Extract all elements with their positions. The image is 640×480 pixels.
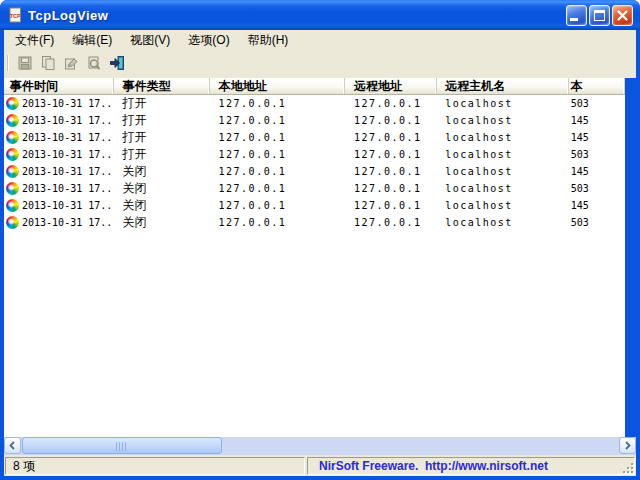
local-port: 145 xyxy=(569,112,625,129)
table-row[interactable]: 2013-10-31 17... 关闭 127.0.0.1 127.0.0.1 … xyxy=(4,214,625,231)
app-window: TCP TcpLogView 文件(F) 编辑(E) 视图(V) 选项(O) 帮… xyxy=(0,0,640,480)
column-header-remote-address[interactable]: 远程地址 xyxy=(345,78,437,94)
maximize-icon xyxy=(594,10,605,21)
event-type: 关闭 xyxy=(114,163,210,180)
remote-address: 127.0.0.1 xyxy=(345,163,437,180)
maximize-button[interactable] xyxy=(589,5,610,26)
column-header-event-type[interactable]: 事件类型 xyxy=(114,78,210,94)
event-icon xyxy=(6,131,19,144)
menu-item-edit[interactable]: 编辑(E) xyxy=(63,30,121,51)
remote-address: 127.0.0.1 xyxy=(345,112,437,129)
minimize-icon xyxy=(570,18,578,21)
remote-host: localhost xyxy=(437,112,569,129)
table-row[interactable]: 2013-10-31 17... 打开 127.0.0.1 127.0.0.1 … xyxy=(4,129,625,146)
status-item-count: 8 项 xyxy=(5,457,305,475)
event-icon xyxy=(6,114,19,127)
remote-address: 127.0.0.1 xyxy=(345,146,437,163)
svg-text:TCP: TCP xyxy=(10,13,21,19)
menu-bar: 文件(F) 编辑(E) 视图(V) 选项(O) 帮助(H) xyxy=(4,30,636,51)
menu-item-options[interactable]: 选项(O) xyxy=(179,30,238,51)
local-address: 127.0.0.1 xyxy=(210,112,345,129)
event-type: 关闭 xyxy=(114,180,210,197)
event-type: 打开 xyxy=(114,146,210,163)
app-icon: TCP xyxy=(7,7,23,23)
event-time: 2013-10-31 17... xyxy=(22,129,114,146)
status-bar: 8 项 NirSoft Freeware. http://www.nirsoft… xyxy=(4,456,636,476)
remote-address: 127.0.0.1 xyxy=(345,197,437,214)
exit-button[interactable] xyxy=(105,52,128,73)
event-time: 2013-10-31 17... xyxy=(22,163,114,180)
column-header-event-time[interactable]: 事件时间 xyxy=(4,78,114,94)
local-address: 127.0.0.1 xyxy=(210,163,345,180)
save-button xyxy=(13,52,36,73)
column-header-local-address[interactable]: 本地地址 xyxy=(210,78,345,94)
scrollbar-thumb[interactable] xyxy=(22,437,222,454)
local-address: 127.0.0.1 xyxy=(210,146,345,163)
scroll-right-button[interactable] xyxy=(619,437,636,454)
local-address: 127.0.0.1 xyxy=(210,95,345,112)
remote-address: 127.0.0.1 xyxy=(345,180,437,197)
close-button[interactable] xyxy=(612,5,633,26)
remote-address: 127.0.0.1 xyxy=(345,95,437,112)
content-area: 事件时间 事件类型 本地地址 远程地址 远程主机名 本 2013-10-31 1… xyxy=(4,74,636,437)
remote-host: localhost xyxy=(437,95,569,112)
menu-item-help[interactable]: 帮助(H) xyxy=(239,30,298,51)
window-border-filler xyxy=(625,78,636,437)
table-row[interactable]: 2013-10-31 17... 打开 127.0.0.1 127.0.0.1 … xyxy=(4,112,625,129)
local-port: 503 xyxy=(569,95,625,112)
titlebar[interactable]: TCP TcpLogView xyxy=(0,0,640,30)
window-title: TcpLogView xyxy=(28,8,108,23)
local-address: 127.0.0.1 xyxy=(210,180,345,197)
save-icon xyxy=(17,55,33,71)
event-type: 打开 xyxy=(114,95,210,112)
chevron-left-icon xyxy=(8,441,17,450)
event-icon xyxy=(6,97,19,110)
local-port: 503 xyxy=(569,146,625,163)
horizontal-scrollbar[interactable] xyxy=(4,437,636,455)
scroll-left-button[interactable] xyxy=(4,437,21,454)
remote-host: localhost xyxy=(437,214,569,231)
find-icon xyxy=(86,55,102,71)
table-row[interactable]: 2013-10-31 17... 关闭 127.0.0.1 127.0.0.1 … xyxy=(4,163,625,180)
list-header: 事件时间 事件类型 本地地址 远程地址 远程主机名 本 xyxy=(4,78,625,95)
local-port: 145 xyxy=(569,163,625,180)
event-time: 2013-10-31 17... xyxy=(22,112,114,129)
table-row[interactable]: 2013-10-31 17... 关闭 127.0.0.1 127.0.0.1 … xyxy=(4,197,625,214)
column-header-local-port[interactable]: 本 xyxy=(569,78,625,94)
local-port: 145 xyxy=(569,197,625,214)
local-port: 145 xyxy=(569,129,625,146)
menu-item-view[interactable]: 视图(V) xyxy=(121,30,179,51)
scrollbar-grip xyxy=(116,442,127,451)
find-button xyxy=(82,52,105,73)
properties-button xyxy=(59,52,82,73)
toolbar-separator xyxy=(7,55,9,71)
toolbar xyxy=(4,51,636,74)
close-icon xyxy=(613,6,632,25)
minimize-button[interactable] xyxy=(566,5,587,26)
remote-address: 127.0.0.1 xyxy=(345,214,437,231)
event-list: 事件时间 事件类型 本地地址 远程地址 远程主机名 本 2013-10-31 1… xyxy=(4,78,625,437)
remote-host: localhost xyxy=(437,146,569,163)
copy-button xyxy=(36,52,59,73)
resize-grip[interactable] xyxy=(622,461,635,474)
event-time: 2013-10-31 17... xyxy=(22,95,114,112)
table-row[interactable]: 2013-10-31 17... 打开 127.0.0.1 127.0.0.1 … xyxy=(4,146,625,163)
event-icon xyxy=(6,216,19,229)
event-icon xyxy=(6,165,19,178)
column-header-remote-host[interactable]: 远程主机名 xyxy=(437,78,568,94)
chevron-right-icon xyxy=(623,441,632,450)
client-area: 文件(F) 编辑(E) 视图(V) 选项(O) 帮助(H) xyxy=(4,30,636,476)
event-type: 打开 xyxy=(114,112,210,129)
event-time: 2013-10-31 17... xyxy=(22,214,114,231)
event-time: 2013-10-31 17... xyxy=(22,146,114,163)
local-address: 127.0.0.1 xyxy=(210,197,345,214)
local-port: 503 xyxy=(569,214,625,231)
event-icon xyxy=(6,148,19,161)
local-port: 503 xyxy=(569,180,625,197)
event-icon xyxy=(6,199,19,212)
event-type: 打开 xyxy=(114,129,210,146)
table-row[interactable]: 2013-10-31 17... 打开 127.0.0.1 127.0.0.1 … xyxy=(4,95,625,112)
menu-item-file[interactable]: 文件(F) xyxy=(6,30,63,51)
table-row[interactable]: 2013-10-31 17... 关闭 127.0.0.1 127.0.0.1 … xyxy=(4,180,625,197)
status-branding: NirSoft Freeware. http://www.nirsoft.net xyxy=(307,457,635,475)
